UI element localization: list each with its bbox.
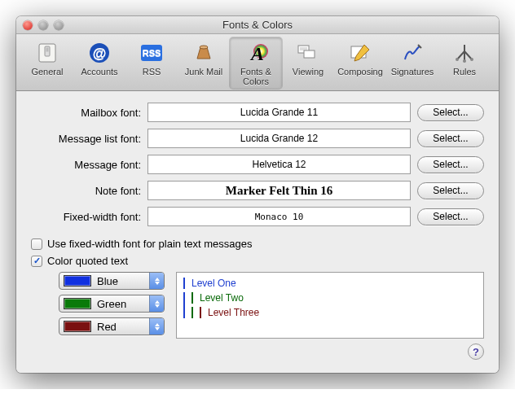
level2-color-popup[interactable]: Green: [59, 295, 165, 313]
quote-level-2: Level Two: [191, 292, 477, 304]
toolbar-label: Viewing: [282, 67, 334, 77]
use-fixed-width-label: Use fixed-width font for plain text mess…: [47, 238, 252, 250]
color-swatch-icon: [64, 298, 91, 309]
mailbox-font-select-button[interactable]: Select...: [417, 104, 484, 121]
toolbar-label: RSS: [125, 67, 178, 77]
toolbar-label: Fonts & Colors: [230, 67, 282, 86]
switch-icon: [33, 41, 61, 65]
toolbar-label: Signatures: [386, 67, 438, 77]
mailbox-font-field: Lucida Grande 11: [147, 103, 411, 122]
svg-text:RSS: RSS: [143, 48, 161, 58]
popup-label: Green: [97, 298, 126, 310]
svg-point-7: [200, 46, 208, 49]
color-quoted-label: Color quoted text: [47, 255, 128, 267]
at-sign-icon: @: [86, 41, 113, 65]
message-font-select-button[interactable]: Select...: [417, 156, 484, 173]
svg-point-13: [456, 58, 459, 61]
toolbar-item-rules[interactable]: Rules: [438, 37, 491, 89]
rss-icon: RSS: [138, 41, 165, 65]
quote-preview: Level One Level Two Level Three: [176, 272, 484, 339]
toolbar-label: Junk Mail: [178, 67, 230, 77]
toolbar: General @ Accounts RSS RSS Junk Mail: [16, 34, 499, 91]
popup-label: Blue: [97, 275, 118, 287]
content-area: Mailbox font: Lucida Grande 11 Select...…: [16, 91, 499, 373]
quote-level-3: Level Three: [200, 307, 477, 318]
fonts-colors-icon: A: [242, 41, 270, 65]
popup-label: Red: [97, 321, 117, 333]
svg-rect-11: [304, 50, 315, 58]
level3-color-popup[interactable]: Red: [59, 317, 165, 335]
fixed-width-font-select-button[interactable]: Select...: [417, 208, 484, 225]
composing-icon: [346, 41, 374, 65]
svg-rect-2: [46, 48, 49, 52]
level1-color-popup[interactable]: Blue: [59, 272, 165, 290]
toolbar-label: General: [21, 67, 73, 77]
viewing-icon: [294, 41, 322, 65]
svg-text:@: @: [93, 46, 107, 61]
note-font-field: Marker Felt Thin 16: [147, 181, 411, 200]
popup-arrows-icon: [149, 295, 164, 312]
toolbar-item-rss[interactable]: RSS RSS: [125, 37, 178, 89]
color-swatch-icon: [64, 275, 91, 287]
note-font-select-button[interactable]: Select...: [417, 182, 484, 199]
toolbar-item-accounts[interactable]: @ Accounts: [73, 37, 125, 89]
mailbox-font-label: Mailbox font:: [31, 107, 141, 119]
color-quoted-checkbox[interactable]: [31, 256, 42, 267]
toolbar-item-general[interactable]: General: [21, 37, 73, 89]
message-font-label: Message font:: [31, 159, 141, 171]
window-title: Fonts & Colors: [16, 19, 499, 31]
quote-level-1: Level One: [183, 278, 477, 289]
toolbar-item-composing[interactable]: Composing: [334, 37, 386, 89]
svg-point-15: [463, 59, 466, 63]
toolbar-label: Rules: [438, 67, 491, 77]
toolbar-item-junk-mail[interactable]: Junk Mail: [178, 37, 230, 89]
junk-icon: [190, 41, 218, 65]
preferences-window: Fonts & Colors General @ Accounts RSS RS…: [16, 16, 499, 373]
signatures-icon: [398, 41, 426, 65]
message-font-field: Helvetica 12: [147, 155, 411, 174]
popup-arrows-icon: [149, 318, 164, 335]
color-swatch-icon: [64, 321, 91, 332]
message-list-font-label: Message list font:: [31, 133, 141, 145]
toolbar-item-fonts-colors[interactable]: A Fonts & Colors: [230, 37, 282, 89]
message-list-font-field: Lucida Grande 12: [147, 129, 411, 148]
svg-text:A: A: [249, 43, 264, 64]
toolbar-item-viewing[interactable]: Viewing: [282, 37, 334, 89]
toolbar-item-signatures[interactable]: Signatures: [386, 37, 438, 89]
note-font-label: Note font:: [31, 185, 141, 197]
use-fixed-width-checkbox[interactable]: [31, 238, 42, 250]
rules-icon: [451, 41, 478, 65]
popup-arrows-icon: [149, 273, 164, 289]
message-list-font-select-button[interactable]: Select...: [417, 130, 484, 147]
toolbar-label: Composing: [334, 67, 386, 77]
toolbar-label: Accounts: [73, 67, 125, 77]
fixed-width-font-label: Fixed-width font:: [31, 211, 141, 223]
svg-point-14: [470, 58, 473, 61]
help-button[interactable]: ?: [468, 343, 484, 360]
titlebar: Fonts & Colors: [16, 16, 499, 34]
fixed-width-font-field: Monaco 10: [147, 207, 411, 226]
